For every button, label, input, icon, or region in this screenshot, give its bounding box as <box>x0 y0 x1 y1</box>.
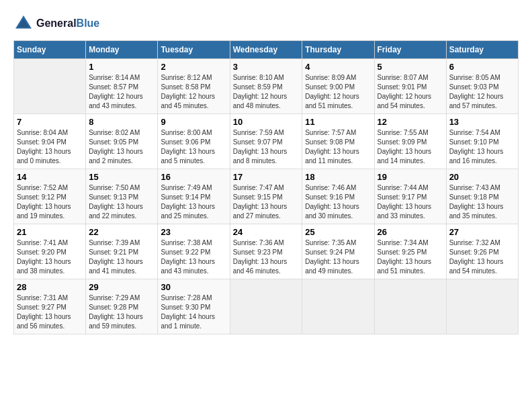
sunset: Sunset: 9:08 PM <box>305 138 371 147</box>
sunset: Sunset: 9:15 PM <box>233 193 300 202</box>
daylight: Daylight: 13 hours and 38 minutes. <box>17 257 83 276</box>
daylight: Daylight: 13 hours and 43 minutes. <box>161 257 226 276</box>
calendar-cell: 18 Sunrise: 7:46 AM Sunset: 9:16 PM Dayl… <box>302 169 374 224</box>
calendar-cell: 30 Sunrise: 7:28 AM Sunset: 9:30 PM Dayl… <box>158 279 230 334</box>
day-number: 22 <box>89 227 154 237</box>
sunrise: Sunrise: 8:05 AM <box>449 73 515 83</box>
sunset: Sunset: 8:58 PM <box>161 83 226 92</box>
day-info: Sunrise: 7:46 AM Sunset: 9:16 PM Dayligh… <box>305 183 371 221</box>
sunset: Sunset: 9:13 PM <box>89 193 154 202</box>
day-of-week-header: Wednesday <box>230 41 302 59</box>
daylight: Daylight: 12 hours and 57 minutes. <box>449 92 515 111</box>
calendar-cell: 12 Sunrise: 7:55 AM Sunset: 9:09 PM Dayl… <box>374 114 446 169</box>
sunset: Sunset: 9:27 PM <box>17 303 83 312</box>
day-info: Sunrise: 7:36 AM Sunset: 9:23 PM Dayligh… <box>233 238 300 276</box>
day-info: Sunrise: 7:43 AM Sunset: 9:18 PM Dayligh… <box>449 183 515 221</box>
sunrise: Sunrise: 7:44 AM <box>378 183 443 193</box>
day-number: 11 <box>305 117 371 127</box>
day-of-week-header: Friday <box>374 41 446 59</box>
daylight: Daylight: 13 hours and 46 minutes. <box>233 257 300 276</box>
day-info: Sunrise: 8:05 AM Sunset: 9:03 PM Dayligh… <box>449 73 515 111</box>
calendar-week-row: 14 Sunrise: 7:52 AM Sunset: 9:12 PM Dayl… <box>14 169 519 224</box>
sunrise: Sunrise: 7:39 AM <box>89 238 154 248</box>
sunset: Sunset: 9:06 PM <box>161 138 226 147</box>
calendar-cell: 15 Sunrise: 7:50 AM Sunset: 9:13 PM Dayl… <box>86 169 158 224</box>
sunrise: Sunrise: 7:31 AM <box>17 293 83 303</box>
sunset: Sunset: 9:10 PM <box>449 138 515 147</box>
calendar-week-row: 1 Sunrise: 8:14 AM Sunset: 8:57 PM Dayli… <box>14 59 519 114</box>
day-number: 1 <box>89 62 154 72</box>
calendar-week-row: 21 Sunrise: 7:41 AM Sunset: 9:20 PM Dayl… <box>14 224 519 279</box>
sunset: Sunset: 8:59 PM <box>233 83 300 92</box>
sunset: Sunset: 9:07 PM <box>233 138 300 147</box>
sunset: Sunset: 9:01 PM <box>378 83 443 92</box>
day-number: 9 <box>161 117 226 127</box>
day-number: 26 <box>378 227 443 237</box>
sunset: Sunset: 9:20 PM <box>17 248 83 257</box>
calendar-cell: 29 Sunrise: 7:29 AM Sunset: 9:28 PM Dayl… <box>86 279 158 334</box>
day-info: Sunrise: 8:04 AM Sunset: 9:04 PM Dayligh… <box>17 128 83 166</box>
day-info: Sunrise: 7:28 AM Sunset: 9:30 PM Dayligh… <box>161 293 226 331</box>
sunrise: Sunrise: 7:28 AM <box>161 293 226 303</box>
calendar-cell <box>302 279 374 334</box>
sunrise: Sunrise: 7:57 AM <box>305 128 371 138</box>
sunrise: Sunrise: 8:02 AM <box>89 128 154 138</box>
calendar-cell: 13 Sunrise: 7:54 AM Sunset: 9:10 PM Dayl… <box>446 114 518 169</box>
calendar-cell: 11 Sunrise: 7:57 AM Sunset: 9:08 PM Dayl… <box>302 114 374 169</box>
sunrise: Sunrise: 7:43 AM <box>449 183 515 193</box>
day-info: Sunrise: 8:10 AM Sunset: 8:59 PM Dayligh… <box>233 73 300 111</box>
sunrise: Sunrise: 7:55 AM <box>378 128 443 138</box>
sunrise: Sunrise: 7:29 AM <box>89 293 154 303</box>
sunrise: Sunrise: 7:49 AM <box>161 183 226 193</box>
sunset: Sunset: 9:16 PM <box>305 193 371 202</box>
sunset: Sunset: 9:23 PM <box>233 248 300 257</box>
day-info: Sunrise: 8:09 AM Sunset: 9:00 PM Dayligh… <box>305 73 371 111</box>
sunrise: Sunrise: 7:32 AM <box>449 238 515 248</box>
daylight: Daylight: 13 hours and 25 minutes. <box>161 202 226 221</box>
daylight: Daylight: 13 hours and 49 minutes. <box>305 257 371 276</box>
sunrise: Sunrise: 8:14 AM <box>89 73 154 83</box>
day-info: Sunrise: 7:57 AM Sunset: 9:08 PM Dayligh… <box>305 128 371 166</box>
daylight: Daylight: 13 hours and 8 minutes. <box>233 147 300 166</box>
day-info: Sunrise: 7:31 AM Sunset: 9:27 PM Dayligh… <box>17 293 83 331</box>
day-number: 30 <box>161 282 226 292</box>
day-number: 25 <box>305 227 371 237</box>
day-info: Sunrise: 7:47 AM Sunset: 9:15 PM Dayligh… <box>233 183 300 221</box>
day-number: 21 <box>17 227 83 237</box>
sunset: Sunset: 9:00 PM <box>305 83 371 92</box>
calendar-week-row: 28 Sunrise: 7:31 AM Sunset: 9:27 PM Dayl… <box>14 279 519 334</box>
calendar-header-row: SundayMondayTuesdayWednesdayThursdayFrid… <box>14 41 519 59</box>
calendar-cell: 20 Sunrise: 7:43 AM Sunset: 9:18 PM Dayl… <box>446 169 518 224</box>
calendar-cell: 16 Sunrise: 7:49 AM Sunset: 9:14 PM Dayl… <box>158 169 230 224</box>
day-info: Sunrise: 7:34 AM Sunset: 9:25 PM Dayligh… <box>378 238 443 276</box>
sunrise: Sunrise: 8:00 AM <box>161 128 226 138</box>
day-number: 12 <box>378 117 443 127</box>
day-number: 10 <box>233 117 300 127</box>
day-info: Sunrise: 7:39 AM Sunset: 9:21 PM Dayligh… <box>89 238 154 276</box>
calendar-cell: 10 Sunrise: 7:59 AM Sunset: 9:07 PM Dayl… <box>230 114 302 169</box>
day-number: 27 <box>449 227 515 237</box>
sunset: Sunset: 9:22 PM <box>161 248 226 257</box>
day-number: 17 <box>233 172 300 182</box>
daylight: Daylight: 13 hours and 0 minutes. <box>17 147 83 166</box>
calendar-cell: 9 Sunrise: 8:00 AM Sunset: 9:06 PM Dayli… <box>158 114 230 169</box>
daylight: Daylight: 14 hours and 1 minute. <box>161 312 226 331</box>
daylight: Daylight: 13 hours and 27 minutes. <box>233 202 300 221</box>
day-info: Sunrise: 7:35 AM Sunset: 9:24 PM Dayligh… <box>305 238 371 276</box>
day-number: 2 <box>161 62 226 72</box>
day-info: Sunrise: 8:12 AM Sunset: 8:58 PM Dayligh… <box>161 73 226 111</box>
sunrise: Sunrise: 7:36 AM <box>233 238 300 248</box>
daylight: Daylight: 13 hours and 56 minutes. <box>17 312 83 331</box>
calendar-cell: 6 Sunrise: 8:05 AM Sunset: 9:03 PM Dayli… <box>446 59 518 114</box>
day-info: Sunrise: 7:41 AM Sunset: 9:20 PM Dayligh… <box>17 238 83 276</box>
sunset: Sunset: 9:17 PM <box>378 193 443 202</box>
day-number: 8 <box>89 117 154 127</box>
calendar-table: SundayMondayTuesdayWednesdayThursdayFrid… <box>13 40 519 334</box>
day-info: Sunrise: 7:49 AM Sunset: 9:14 PM Dayligh… <box>161 183 226 221</box>
sunrise: Sunrise: 7:38 AM <box>161 238 226 248</box>
sunset: Sunset: 9:25 PM <box>378 248 443 257</box>
day-of-week-header: Saturday <box>446 41 518 59</box>
day-info: Sunrise: 8:14 AM Sunset: 8:57 PM Dayligh… <box>89 73 154 111</box>
calendar-cell: 27 Sunrise: 7:32 AM Sunset: 9:26 PM Dayl… <box>446 224 518 279</box>
calendar-cell: 25 Sunrise: 7:35 AM Sunset: 9:24 PM Dayl… <box>302 224 374 279</box>
